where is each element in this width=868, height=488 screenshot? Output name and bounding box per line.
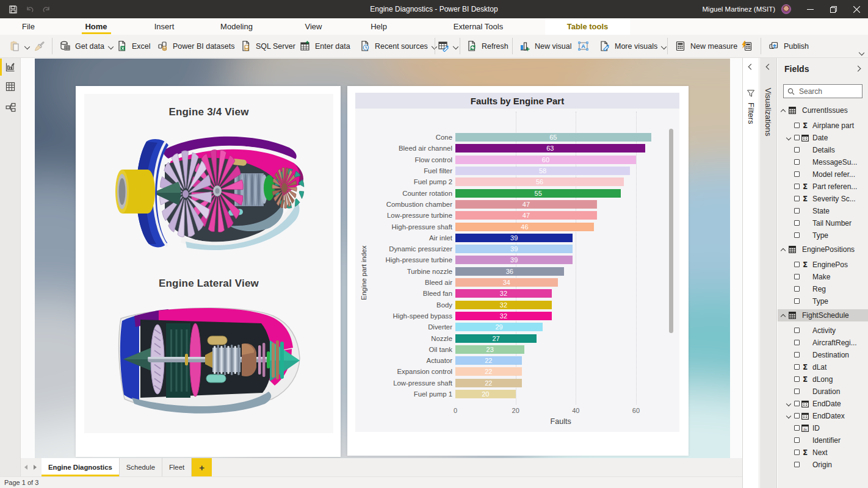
chart-bar[interactable]: 20	[455, 390, 516, 398]
chart-bar[interactable]: 36	[455, 267, 564, 276]
field-checkbox[interactable]	[794, 413, 800, 418]
ribbon-tab-table-tools[interactable]: Table tools	[545, 18, 631, 35]
field-checkbox[interactable]	[794, 437, 800, 443]
toolbar-button-transform-data[interactable]	[438, 35, 458, 57]
field-checkbox[interactable]	[794, 450, 800, 455]
collapse-table-icon[interactable]	[781, 247, 786, 253]
chart-bar[interactable]: 29	[455, 323, 543, 331]
fields-table-EnginePositions[interactable]: EnginePositions	[778, 243, 868, 256]
expand-visualizations-icon[interactable]	[765, 64, 772, 70]
chart-bar[interactable]: 32	[455, 301, 552, 309]
ribbon-tab-modeling[interactable]: Modeling	[220, 18, 253, 35]
chart-bar[interactable]: 46	[455, 223, 594, 231]
chart-bar[interactable]: 23	[455, 345, 524, 354]
field-item-origin[interactable]: Origin	[778, 459, 868, 471]
field-item-enddatex[interactable]: EndDatex	[778, 410, 868, 422]
prev-page-icon[interactable]	[24, 465, 27, 470]
field-item-destination[interactable]: Destination	[778, 349, 868, 361]
field-checkbox[interactable]	[794, 184, 800, 189]
chart-scrollbar[interactable]	[669, 129, 673, 333]
collapse-fields-icon[interactable]	[855, 66, 861, 71]
chart-bar[interactable]: 39	[455, 234, 573, 242]
toolbar-button-recent-sources[interactable]: Recent sources	[359, 35, 437, 57]
field-item-aircraftregi-[interactable]: AircraftRegi...	[778, 337, 868, 349]
ribbon-tab-file[interactable]: File	[22, 18, 35, 35]
field-item-dlong[interactable]: ΣdLong	[778, 373, 868, 386]
field-item-enginepos[interactable]: ΣEnginePos	[778, 259, 868, 271]
collapse-table-icon[interactable]	[781, 108, 786, 113]
toolbar-button-enter-data[interactable]: Enter data	[299, 35, 350, 57]
field-checkbox[interactable]	[794, 328, 800, 333]
toolbar-button-paste[interactable]	[9, 35, 30, 57]
field-item-type[interactable]: Type	[778, 229, 868, 242]
user-avatar[interactable]	[781, 4, 791, 14]
field-checkbox[interactable]	[794, 376, 800, 382]
add-page-button[interactable]: +	[192, 458, 212, 476]
field-checkbox[interactable]	[794, 159, 800, 165]
toolbar-button-new-visual[interactable]: New visual	[519, 35, 571, 57]
chart-bar[interactable]: 47	[455, 200, 597, 209]
chart-bar[interactable]: 39	[455, 256, 573, 264]
sidebar-model-view-button[interactable]	[0, 98, 21, 117]
field-checkbox[interactable]	[794, 220, 800, 226]
page-tab-engine-diagnostics[interactable]: Engine Diagnostics	[42, 458, 120, 476]
close-button[interactable]	[845, 0, 868, 18]
toolbar-button-publish[interactable]: Publish	[768, 35, 809, 57]
ribbon-tab-help[interactable]: Help	[371, 18, 387, 35]
field-checkbox[interactable]	[794, 123, 800, 128]
field-item-next[interactable]: ΣNext	[778, 447, 868, 459]
expand-field-icon[interactable]	[786, 401, 792, 407]
field-item-model-refer-[interactable]: Model refer...	[778, 168, 868, 181]
field-checkbox[interactable]	[794, 274, 800, 279]
field-checkbox[interactable]	[794, 340, 800, 345]
field-item-identifier[interactable]: Identifier	[778, 434, 868, 447]
toolbar-button-sql-server[interactable]: SQL Server	[240, 35, 295, 57]
toolbar-button-quick-measure[interactable]	[741, 35, 753, 57]
field-checkbox[interactable]	[794, 425, 800, 431]
field-checkbox[interactable]	[794, 232, 800, 238]
page-tab-schedule[interactable]: Schedule	[120, 458, 162, 476]
visualizations-pane-collapsed[interactable]: Visualizations	[760, 58, 777, 488]
collapse-ribbon-icon[interactable]	[859, 50, 864, 55]
field-checkbox[interactable]	[794, 462, 800, 467]
field-item-activity[interactable]: Activity	[778, 325, 868, 337]
minimize-button[interactable]	[798, 0, 822, 18]
toolbar-button-pbi-datasets[interactable]: Power BI datasets	[157, 35, 234, 57]
restore-button[interactable]	[822, 0, 845, 18]
field-checkbox[interactable]	[794, 171, 800, 177]
ribbon-tab-home[interactable]: Home	[85, 18, 107, 35]
field-item-enddate[interactable]: EndDate	[778, 398, 868, 410]
chart-bar[interactable]: 32	[455, 312, 552, 320]
field-checkbox[interactable]	[794, 364, 800, 370]
field-item-part-referen-[interactable]: ΣPart referen...	[778, 181, 868, 193]
next-page-icon[interactable]	[34, 465, 37, 470]
chart-bar[interactable]: 47	[455, 211, 597, 220]
field-item-make[interactable]: Make	[778, 271, 868, 283]
chart-bar[interactable]: 32	[455, 289, 552, 298]
toolbar-button-text-box[interactable]: A	[577, 35, 589, 57]
chart-bar[interactable]: 39	[455, 245, 573, 253]
fields-search-box[interactable]: Search	[783, 84, 863, 98]
toolbar-button-get-data[interactable]: Get data	[59, 35, 114, 57]
toolbar-button-format-painter[interactable]	[34, 35, 45, 57]
chart-bar[interactable]: 55	[455, 189, 621, 198]
collapse-table-icon[interactable]	[781, 313, 786, 318]
field-item-reg[interactable]: Reg	[778, 283, 868, 295]
field-item-details[interactable]: Details	[778, 144, 868, 156]
field-checkbox[interactable]	[794, 298, 800, 304]
toolbar-button-more-visuals[interactable]: More visuals	[599, 35, 667, 57]
visual-faults-chart[interactable]: Faults by Engine Part Cone65Bleed air ch…	[347, 86, 689, 456]
field-checkbox[interactable]	[794, 208, 800, 214]
field-item-airplane-part[interactable]: ΣAirplane part	[778, 120, 868, 132]
chart-bar[interactable]: 63	[455, 144, 645, 152]
filters-pane-collapsed[interactable]: Filters	[742, 58, 759, 488]
field-item-duration[interactable]: Duration	[778, 386, 868, 398]
field-checkbox[interactable]	[794, 389, 800, 394]
chart-bar[interactable]: 58	[455, 167, 630, 175]
field-item-dlat[interactable]: ΣdLat	[778, 361, 868, 373]
field-item-id[interactable]: fxID	[778, 422, 868, 434]
expand-field-icon[interactable]	[786, 135, 792, 141]
field-checkbox[interactable]	[794, 401, 800, 406]
field-checkbox[interactable]	[794, 352, 800, 357]
toolbar-button-excel[interactable]: Excel	[116, 35, 151, 57]
